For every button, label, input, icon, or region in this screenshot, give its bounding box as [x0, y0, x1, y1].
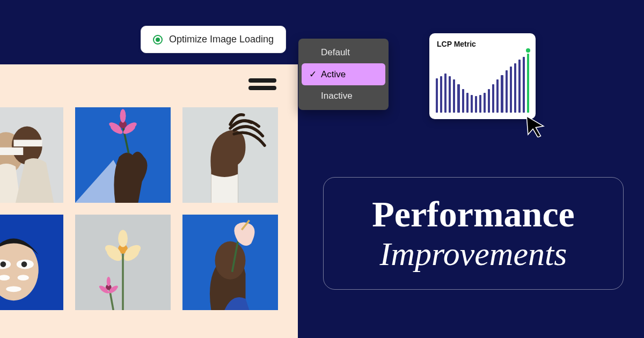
gallery-panel: [0, 64, 298, 338]
chart-bar: [492, 84, 494, 113]
metric-bar-chart: [436, 54, 529, 113]
svg-rect-3: [0, 148, 23, 155]
optimize-label: Optimize Image Loading: [169, 34, 274, 45]
chart-bar: [506, 70, 508, 113]
chart-bar: [523, 57, 525, 113]
image-thumb[interactable]: [182, 107, 278, 203]
menu-item-label: Default: [321, 47, 350, 58]
svg-point-23: [1, 261, 6, 267]
status-menu: Default ✓ Active Inactive: [298, 39, 389, 110]
chart-bar: [488, 89, 490, 113]
lcp-metric-card: LCP Metric: [429, 33, 536, 119]
chart-bar: [462, 89, 464, 113]
svg-rect-4: [13, 140, 42, 146]
chart-bar: [518, 60, 521, 113]
svg-point-24: [21, 261, 27, 267]
svg-point-35: [107, 277, 111, 286]
optimize-image-loading-toggle[interactable]: Optimize Image Loading: [141, 26, 286, 53]
image-thumb[interactable]: [75, 107, 171, 203]
chart-bar: [484, 93, 486, 113]
chart-bar: [471, 95, 473, 113]
metric-title: LCP Metric: [437, 40, 528, 48]
hamburger-icon[interactable]: [248, 78, 276, 90]
chart-bar: [510, 67, 512, 113]
chart-bar: [496, 79, 499, 113]
chart-bar: [501, 75, 503, 113]
image-thumb[interactable]: [182, 215, 278, 310]
radio-active-icon: [153, 35, 163, 45]
chart-bar: [466, 93, 469, 113]
chart-bar: [453, 79, 455, 113]
chart-bar: [514, 63, 516, 113]
check-icon: ✓: [309, 69, 317, 80]
chart-bar: [457, 84, 459, 113]
chart-bar: [449, 76, 451, 113]
menu-item-label: Inactive: [321, 91, 353, 101]
headline-card: Performance Improvements: [323, 177, 624, 290]
image-grid: [0, 107, 278, 310]
svg-point-21: [18, 275, 29, 281]
menu-item-default[interactable]: Default: [302, 42, 385, 63]
cursor-icon: [524, 115, 546, 137]
menu-item-label: Active: [321, 69, 346, 80]
svg-point-22: [6, 286, 21, 292]
chart-bar: [440, 76, 442, 113]
svg-point-14: [120, 109, 126, 123]
chart-bar: [436, 78, 438, 113]
svg-point-28: [118, 230, 128, 247]
image-thumb[interactable]: [0, 107, 63, 203]
menu-item-active[interactable]: ✓ Active: [302, 63, 385, 85]
image-thumb[interactable]: [0, 215, 63, 310]
chart-bar: [527, 54, 529, 113]
menu-item-inactive[interactable]: Inactive: [302, 85, 385, 107]
chart-bar: [479, 95, 481, 113]
chart-bar: [444, 74, 447, 113]
chart-bar: [475, 96, 477, 113]
image-thumb[interactable]: [75, 215, 171, 310]
svg-point-41: [215, 241, 246, 280]
headline-line-2: Improvements: [380, 237, 567, 271]
headline-line-1: Performance: [372, 195, 575, 233]
